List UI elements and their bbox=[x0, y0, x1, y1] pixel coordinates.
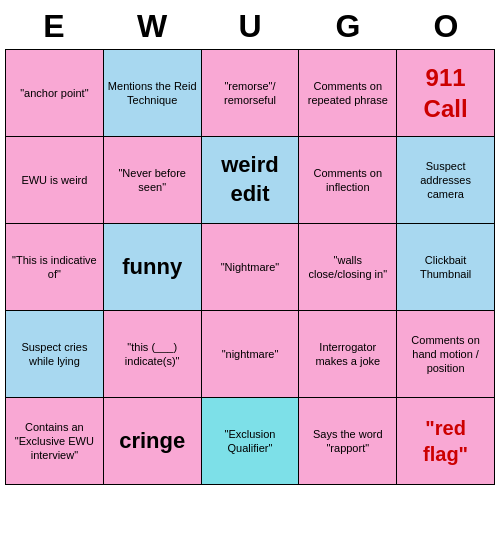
header-w: W bbox=[103, 4, 201, 49]
bingo-cell-18[interactable]: Interrogator makes a joke bbox=[299, 311, 396, 397]
header-u: U bbox=[201, 4, 299, 49]
bingo-cell-8[interactable]: Comments on inflection bbox=[299, 137, 396, 223]
bingo-cell-9[interactable]: Suspect addresses camera bbox=[397, 137, 494, 223]
header-o: O bbox=[397, 4, 495, 49]
bingo-cell-24[interactable]: "red flag" bbox=[397, 398, 494, 484]
bingo-cell-4[interactable]: 911 Call bbox=[397, 50, 494, 136]
header-e: E bbox=[5, 4, 103, 49]
bingo-cell-16[interactable]: "this (___) indicate(s)" bbox=[104, 311, 201, 397]
bingo-cell-17[interactable]: "nightmare" bbox=[202, 311, 299, 397]
header-g: G bbox=[299, 4, 397, 49]
bingo-cell-13[interactable]: "walls close/closing in" bbox=[299, 224, 396, 310]
header-row: E W U G O bbox=[5, 4, 495, 49]
bingo-cell-0[interactable]: "anchor point" bbox=[6, 50, 103, 136]
bingo-cell-22[interactable]: "Exclusion Qualifier" bbox=[202, 398, 299, 484]
bingo-grid: "anchor point"Mentions the Reid Techniqu… bbox=[5, 49, 495, 485]
bingo-card: E W U G O "anchor point"Mentions the Rei… bbox=[5, 4, 495, 485]
bingo-cell-12[interactable]: "Nightmare" bbox=[202, 224, 299, 310]
bingo-cell-14[interactable]: Clickbait Thumbnail bbox=[397, 224, 494, 310]
bingo-cell-11[interactable]: funny bbox=[104, 224, 201, 310]
bingo-cell-15[interactable]: Suspect cries while lying bbox=[6, 311, 103, 397]
bingo-cell-5[interactable]: EWU is weird bbox=[6, 137, 103, 223]
bingo-cell-3[interactable]: Comments on repeated phrase bbox=[299, 50, 396, 136]
bingo-cell-23[interactable]: Says the word "rapport" bbox=[299, 398, 396, 484]
bingo-cell-6[interactable]: "Never before seen" bbox=[104, 137, 201, 223]
bingo-cell-10[interactable]: "This is indicative of" bbox=[6, 224, 103, 310]
bingo-cell-20[interactable]: Contains an "Exclusive EWU interview" bbox=[6, 398, 103, 484]
bingo-cell-2[interactable]: "remorse"/ remorseful bbox=[202, 50, 299, 136]
bingo-cell-21[interactable]: cringe bbox=[104, 398, 201, 484]
bingo-cell-1[interactable]: Mentions the Reid Technique bbox=[104, 50, 201, 136]
bingo-cell-19[interactable]: Comments on hand motion / position bbox=[397, 311, 494, 397]
bingo-cell-7[interactable]: weird edit bbox=[202, 137, 299, 223]
